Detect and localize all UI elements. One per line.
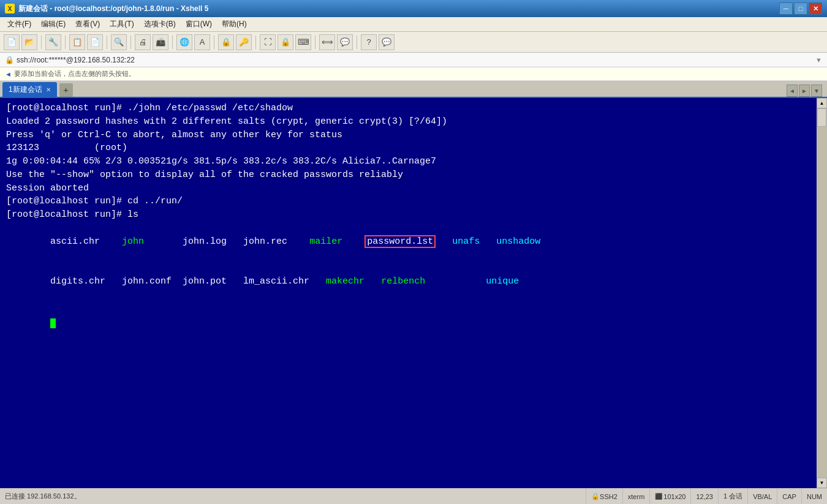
window-controls: ─ □ ✕ bbox=[779, 2, 822, 15]
menu-window[interactable]: 窗口(W) bbox=[181, 18, 217, 31]
tb-sep-3 bbox=[107, 36, 107, 49]
lock-button[interactable]: 🔒 bbox=[218, 34, 234, 50]
scrollbar-down-button[interactable]: ▼ bbox=[817, 478, 827, 488]
lock2-button[interactable]: 🔒 bbox=[278, 34, 293, 50]
menu-file[interactable]: 文件(F) bbox=[2, 18, 36, 31]
copy-button[interactable]: 📋 bbox=[69, 34, 85, 50]
chat-button[interactable]: 💬 bbox=[379, 34, 395, 50]
term-line-7: Session aborted bbox=[6, 182, 821, 195]
status-size: ⬛ 101x20 bbox=[649, 489, 690, 505]
ls-unique: unique bbox=[486, 276, 519, 287]
ls-ascii-chr: ascii.chr bbox=[50, 236, 122, 247]
term-line-8: [root@localhost run]# cd ../run/ bbox=[6, 195, 821, 208]
printer2-button[interactable]: 📠 bbox=[153, 34, 168, 50]
menu-help[interactable]: 帮助(H) bbox=[217, 18, 252, 31]
ls-john: john bbox=[122, 236, 183, 247]
paste-button[interactable]: 📄 bbox=[87, 34, 103, 50]
ls-password-lst: password.lst bbox=[364, 235, 436, 248]
address-dropdown[interactable]: ▼ bbox=[815, 56, 822, 64]
maximize-button[interactable]: □ bbox=[794, 2, 807, 15]
status-pos: 12,23 bbox=[690, 489, 718, 505]
close-button[interactable]: ✕ bbox=[809, 2, 822, 15]
window-title: 新建会话 - root@localhost:/opt/john-1.8.0/ru… bbox=[18, 4, 208, 14]
tb-sep-9 bbox=[357, 36, 357, 49]
keyboard-button[interactable]: ⌨ bbox=[295, 34, 311, 50]
scrollbar-up-button[interactable]: ▲ bbox=[817, 98, 827, 108]
menu-edit[interactable]: 编辑(E) bbox=[36, 18, 70, 31]
new-button[interactable]: 📄 bbox=[4, 34, 20, 50]
tab-prev-button[interactable]: ◄ bbox=[787, 85, 798, 97]
hint-arrow-icon: ◄ bbox=[5, 70, 12, 78]
tab-session[interactable]: 1新建会话 ✕ bbox=[2, 82, 57, 97]
status-right: 🔒 SSH2 xterm ⬛ 101x20 12,23 1 会话 VB/AL C… bbox=[586, 489, 827, 505]
tab-add-button[interactable]: + bbox=[59, 83, 73, 97]
transfer-button[interactable]: ⟺ bbox=[319, 34, 335, 50]
ls-makechr: makechr bbox=[326, 276, 364, 287]
address-bar: 🔒 ssh://root:******@192.168.50.132:22 ▼ bbox=[0, 53, 827, 67]
lock-icon: 🔒 bbox=[5, 56, 14, 64]
tab-close-icon[interactable]: ✕ bbox=[46, 86, 51, 93]
term-line-3: Press 'q' or Ctrl-C to abort, almost any… bbox=[6, 129, 821, 142]
terminal[interactable]: [root@localhost run]# ./john /etc/passwd… bbox=[0, 98, 827, 488]
hint-bar: ◄ 要添加当前会话，点击左侧的箭头按钮。 bbox=[0, 67, 827, 81]
ls-mailer: mailer bbox=[309, 236, 342, 247]
tb-sep-8 bbox=[315, 36, 315, 49]
print-button[interactable]: 🖨 bbox=[135, 34, 151, 50]
tab-label: 1新建会话 bbox=[9, 85, 42, 95]
status-connection-text: 已连接 192.168.50.132。 bbox=[5, 492, 81, 500]
scrollbar-thumb[interactable] bbox=[817, 108, 826, 127]
tb-sep-6 bbox=[214, 36, 214, 49]
help2-button[interactable]: ? bbox=[361, 34, 377, 50]
font-button[interactable]: A bbox=[194, 34, 210, 50]
key-button[interactable]: 🔑 bbox=[236, 34, 252, 50]
ls-john-log: john.log john.rec bbox=[183, 236, 309, 247]
ls-relbench: relbench bbox=[381, 276, 425, 287]
tab-nav: ◄ ► ▼ bbox=[787, 85, 822, 97]
transfer2-button[interactable]: 💬 bbox=[337, 34, 353, 50]
term-line-ls1: ascii.chr john john.log john.rec mailer … bbox=[6, 222, 821, 261]
tb-sep-5 bbox=[172, 36, 173, 49]
minimize-button[interactable]: ─ bbox=[779, 2, 793, 15]
tab-next-button[interactable]: ► bbox=[799, 85, 810, 97]
term-line-2: Loaded 2 password hashes with 2 differen… bbox=[6, 115, 821, 129]
ls-digits-chr: digits.chr john.conf john.pot lm_ascii.c… bbox=[50, 276, 326, 287]
term-prompt bbox=[6, 301, 821, 341]
properties-button[interactable]: 🔧 bbox=[45, 34, 61, 50]
find-button[interactable]: 🔍 bbox=[111, 34, 127, 50]
term-line-4: 123123 (root) bbox=[6, 141, 821, 155]
ssh-label: SSH2 bbox=[600, 493, 617, 500]
status-ssh: 🔒 SSH2 bbox=[586, 489, 622, 505]
ls-space4 bbox=[364, 276, 381, 287]
term-line-9: [root@localhost run]# ls bbox=[6, 208, 821, 222]
tb-sep-1 bbox=[41, 36, 42, 49]
fullscreen-button[interactable]: ⛶ bbox=[260, 34, 276, 50]
status-extra: VB/AL bbox=[747, 489, 777, 505]
status-encoding: xterm bbox=[622, 489, 650, 505]
status-bar: 已连接 192.168.50.132。 🔒 SSH2 xterm ⬛ 101x2… bbox=[0, 488, 827, 504]
ls-unafs: unafs bbox=[452, 236, 480, 247]
cursor bbox=[50, 318, 56, 328]
address-text: ssh://root:******@192.168.50.132:22 bbox=[17, 56, 135, 64]
terminal-wrapper[interactable]: [root@localhost run]# ./john /etc/passwd… bbox=[0, 98, 827, 488]
menu-tools[interactable]: 工具(T) bbox=[105, 18, 138, 31]
scrollbar-track[interactable] bbox=[817, 108, 827, 478]
term-line-5: 1g 0:00:04:44 65% 2/3 0.003521g/s 381.5p… bbox=[6, 155, 821, 168]
tb-sep-4 bbox=[130, 36, 131, 49]
tab-bar: 1新建会话 ✕ + ◄ ► ▼ bbox=[0, 81, 827, 98]
globe-button[interactable]: 🌐 bbox=[176, 34, 192, 50]
lock-status-icon: 🔒 bbox=[591, 492, 600, 500]
ls-space5 bbox=[425, 276, 486, 287]
ls-space1 bbox=[342, 236, 364, 247]
toolbar: 📄 📂 🔧 📋 📄 🔍 🖨 📠 🌐 A 🔒 🔑 ⛶ 🔒 ⌨ ⟺ 💬 ? 💬 bbox=[0, 32, 827, 53]
main-content: [root@localhost run]# ./john /etc/passwd… bbox=[0, 98, 827, 488]
tb-sep-7 bbox=[255, 36, 256, 49]
menu-view[interactable]: 查看(V) bbox=[70, 18, 105, 31]
scrollbar: ▲ ▼ bbox=[817, 98, 827, 488]
status-connected: 已连接 192.168.50.132。 bbox=[0, 492, 586, 501]
tab-menu-button[interactable]: ▼ bbox=[811, 85, 822, 97]
status-sessions: 1 会话 bbox=[718, 489, 747, 505]
menu-tabs[interactable]: 选项卡(B) bbox=[139, 18, 181, 31]
status-cap: CAP bbox=[777, 489, 801, 505]
term-line-ls2: digits.chr john.conf john.pot lm_ascii.c… bbox=[6, 261, 821, 301]
open-button[interactable]: 📂 bbox=[21, 34, 37, 50]
